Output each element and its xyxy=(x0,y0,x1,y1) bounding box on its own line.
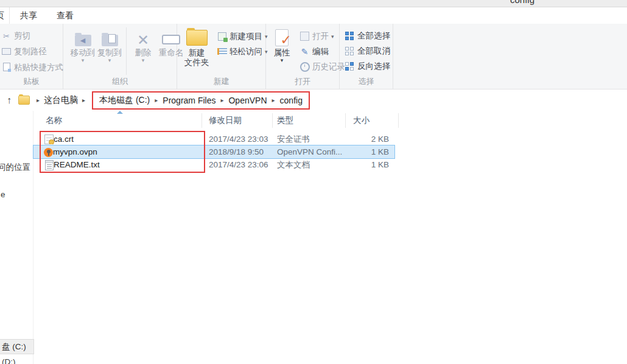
folder-icon[interactable] xyxy=(18,96,30,105)
chevron-right-icon: ▸ xyxy=(155,97,158,103)
select-all-button[interactable]: 全部选择 xyxy=(345,28,393,43)
select-group-label: 选择 xyxy=(340,76,393,87)
up-arrow-button[interactable]: ↑ xyxy=(1,95,17,106)
properties-icon xyxy=(275,29,289,46)
select-all-icon xyxy=(345,32,354,40)
invert-selection-icon xyxy=(345,62,354,71)
text-file-icon xyxy=(45,160,54,170)
breadcrumb-local-disk-c[interactable]: 本地磁盘 (C:) xyxy=(99,95,150,106)
column-header-date-modified[interactable]: 修改日期 xyxy=(202,113,273,128)
explorer-body: 问的位置 e 盘 (C:) (D:) 名称 修改日期 类型 大小 ca.crt … xyxy=(0,111,627,364)
open-button[interactable]: 打开 ▾ xyxy=(299,29,345,44)
annotation-red-box-path: 本地磁盘 (C:) ▸ Program Files ▸ OpenVPN ▸ co… xyxy=(92,91,310,110)
pencil-icon: ✎ xyxy=(301,47,309,57)
column-header-size[interactable]: 大小 xyxy=(346,113,399,128)
new-item-button[interactable]: 新建项目 ▾ xyxy=(217,29,268,44)
certificate-icon xyxy=(44,135,54,144)
tab-home[interactable]: 页 xyxy=(0,7,10,24)
file-row-ca-crt[interactable]: ca.crt 2017/4/23 23:03 安全证书 2 KB xyxy=(33,133,394,145)
window-title: config xyxy=(510,0,534,5)
history-clock-icon xyxy=(300,62,310,72)
breadcrumb-openvpn[interactable]: OpenVPN xyxy=(228,96,267,105)
chevron-down-icon: ▾ xyxy=(331,33,334,40)
address-bar: ↑ ▸ 这台电脑 ▸ 本地磁盘 (C:) ▸ Program Files ▸ O… xyxy=(0,89,627,111)
cut-label: 剪切 xyxy=(14,30,30,41)
ribbon-tab-strip: 页 共享 查看 xyxy=(0,7,627,24)
new-item-icon xyxy=(218,32,226,41)
breadcrumb-this-pc[interactable]: 这台电脑 xyxy=(44,95,78,106)
nav-item-recent-places[interactable]: 问的位置 xyxy=(0,162,30,173)
clipboard-group-label: 贴板 xyxy=(0,76,63,87)
openvpn-icon xyxy=(44,148,53,157)
cut-button[interactable]: ✂ 剪切 xyxy=(1,28,63,44)
move-to-icon: ◀ xyxy=(75,35,91,46)
select-none-icon xyxy=(345,47,354,55)
ribbon-group-clipboard: ✂ 剪切 复制路径 粘贴快捷方式 贴板 xyxy=(0,24,63,89)
easy-access-icon xyxy=(217,48,227,55)
copy-path-icon xyxy=(2,48,11,55)
select-none-button[interactable]: 全部取消 xyxy=(345,43,393,58)
file-row-readme-txt[interactable]: README.txt 2017/4/23 23:06 文本文档 1 KB xyxy=(33,158,394,171)
file-list: 名称 修改日期 类型 大小 ca.crt 2017/4/23 23:03 安全证… xyxy=(33,111,627,364)
open-group-label: 打开 xyxy=(266,76,339,87)
paste-shortcut-icon xyxy=(3,63,10,71)
edit-button[interactable]: ✎ 编辑 xyxy=(299,44,345,59)
tab-share[interactable]: 共享 xyxy=(20,10,37,21)
copy-path-label: 复制路径 xyxy=(14,46,47,57)
copy-path-button[interactable]: 复制路径 xyxy=(1,44,63,60)
chevron-down-icon: ▾ xyxy=(96,58,123,63)
nav-item-local-disk-c[interactable]: 盘 (C:) xyxy=(0,339,34,354)
nav-item-disk-d[interactable]: (D:) xyxy=(2,357,16,364)
chevron-down-icon: ▾ xyxy=(270,58,294,63)
tab-view[interactable]: 查看 xyxy=(57,10,74,21)
ribbon-group-organize: ◀ 移动到 ▾ 复制到 ▾ ✕ 删除 ▾ 重命名 组织 xyxy=(63,24,177,89)
breadcrumb-program-files[interactable]: Program Files xyxy=(163,96,215,105)
file-explorer-window: config 页 共享 查看 ✂ 剪切 复制路径 粘贴快捷方式 贴板 ◀ xyxy=(0,0,627,364)
organize-group-label: 组织 xyxy=(63,76,177,87)
paste-shortcut-label: 粘贴快捷方式 xyxy=(14,62,63,73)
new-folder-icon xyxy=(186,30,208,46)
ribbon: ✂ 剪切 复制路径 粘贴快捷方式 贴板 ◀ 移动到 ▾ 复制到 ▾ xyxy=(0,24,627,89)
chevron-right-icon: ▸ xyxy=(220,97,223,103)
ribbon-group-new: 新建 文件夹 新建项目 ▾ 轻松访问 ▾ 新建 xyxy=(177,24,266,89)
copy-to-icon xyxy=(102,35,118,46)
delete-icon: ✕ xyxy=(137,32,149,48)
column-header-name[interactable]: 名称 xyxy=(33,113,202,128)
file-row-myvpn-ovpn[interactable]: myvpn.ovpn 2018/9/18 9:50 OpenVPN Confi.… xyxy=(33,145,394,158)
ribbon-group-select: 全部选择 全部取消 反向选择 选择 xyxy=(340,24,393,89)
invert-selection-button[interactable]: 反向选择 xyxy=(345,58,393,74)
chevron-right-icon: ▸ xyxy=(272,97,275,103)
easy-access-button[interactable]: 轻松访问 ▾ xyxy=(217,44,268,59)
open-icon xyxy=(300,32,309,41)
nav-item-fragment[interactable]: e xyxy=(1,190,5,199)
title-bar: config xyxy=(0,0,627,7)
ribbon-group-open: 属性 ▾ 打开 ▾ ✎ 编辑 历史记录 打开 xyxy=(266,24,340,89)
chevron-down-icon: ▾ xyxy=(69,58,96,63)
chevron-down-icon: ▾ xyxy=(131,58,155,63)
column-header-type[interactable]: 类型 xyxy=(273,113,346,128)
new-group-label: 新建 xyxy=(177,76,265,87)
history-button[interactable]: 历史记录 xyxy=(299,59,345,74)
sort-ascending-icon xyxy=(117,111,123,114)
group-divider xyxy=(126,27,127,75)
scissors-icon: ✂ xyxy=(1,32,12,41)
column-headers: 名称 修改日期 类型 大小 xyxy=(33,113,627,128)
chevron-right-icon: ▸ xyxy=(37,97,40,103)
breadcrumb-config[interactable]: config xyxy=(280,96,303,105)
chevron-right-icon: ▸ xyxy=(82,97,85,103)
paste-shortcut-button[interactable]: 粘贴快捷方式 xyxy=(1,60,63,75)
